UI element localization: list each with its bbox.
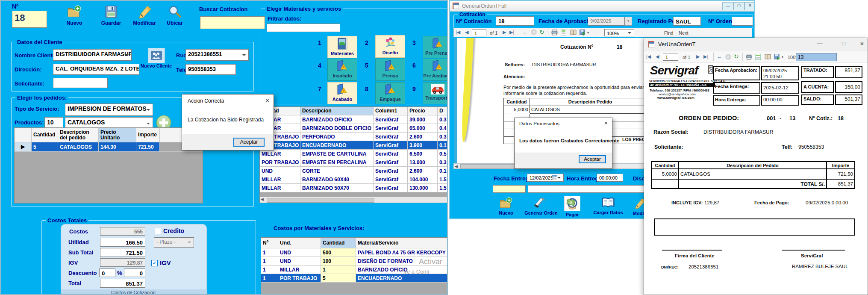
search-overlay-input[interactable]: 13 (796, 53, 837, 61)
close-icon[interactable]: × (265, 97, 269, 104)
igv-checkbox[interactable]: ✓ (151, 260, 158, 266)
tipo-servicio-combo[interactable]: IMPRESION DE FORMATOS (65, 103, 153, 116)
close-icon[interactable]: × (744, 2, 755, 10)
cell[interactable]: 0.3 (438, 133, 447, 141)
print-layout-icon[interactable] (755, 54, 761, 60)
cell[interactable]: UND (278, 257, 321, 266)
cell[interactable]: 0.1 (438, 167, 447, 175)
cell[interactable]: ServiGraf (374, 175, 408, 184)
prev-page-button[interactable]: ◀ (656, 54, 659, 59)
orden-small-field[interactable] (493, 185, 526, 193)
cell[interactable]: 13.000 (408, 158, 438, 167)
cat-button-acabado[interactable]: Acabado (327, 82, 357, 104)
maximize-button[interactable]: □ (733, 2, 744, 10)
zoom-select[interactable]: 100% (604, 29, 634, 36)
cell[interactable]: 144.30 (99, 142, 136, 152)
cell[interactable]: 1.5 (438, 184, 447, 192)
cell[interactable]: 1 (261, 274, 278, 283)
cell[interactable]: 1 (261, 248, 278, 257)
subtotal-field[interactable]: 721.50 (100, 248, 145, 257)
cell[interactable]: 130.000 (408, 184, 438, 192)
cell[interactable]: ServiGraf (374, 124, 408, 133)
cell[interactable]: UND (278, 248, 321, 257)
cell[interactable]: 0.1 (438, 141, 447, 150)
datepicker-drop-button[interactable]: ▾ (624, 17, 632, 26)
cell[interactable]: 39.000 (408, 115, 438, 124)
buscar-input[interactable] (200, 16, 265, 29)
print-layout-icon[interactable] (561, 30, 566, 35)
modificar-button[interactable]: Modificar (130, 5, 159, 26)
cell[interactable]: 100 (321, 257, 356, 266)
cell[interactable]: 0.3 (438, 115, 447, 124)
header-cell[interactable]: Descripcion del pedido (58, 128, 99, 142)
filtrar-input[interactable] (267, 24, 340, 32)
cell[interactable]: 5 (321, 274, 356, 283)
first-page-button[interactable]: |◀ (646, 54, 651, 59)
cell[interactable]: 0.4 (438, 124, 447, 133)
back-button[interactable]: ← (522, 29, 528, 35)
cell[interactable]: 0.5 (438, 150, 447, 158)
cell[interactable]: MILLAR (260, 175, 300, 184)
cell[interactable]: 6.500 (408, 150, 438, 158)
cell[interactable]: ServiGraf (374, 158, 408, 167)
cell[interactable]: 1 (261, 266, 278, 274)
header-cell[interactable]: Nº (261, 238, 278, 248)
nombre-cliente-combo[interactable]: DISTRIBUIDORA FARMASUR (53, 49, 132, 61)
next-button[interactable]: Next (679, 30, 689, 35)
cell[interactable]: 2.600 (408, 133, 438, 141)
direccion-field[interactable]: CAL. ORQUIDEAS MZA. 2 LOTE. (53, 64, 139, 75)
cell[interactable]: BARNIZADO 60X40 (300, 175, 374, 184)
cell[interactable]: 0.3 (438, 158, 447, 167)
header-cell[interactable]: Importe (136, 128, 160, 142)
cell[interactable]: MILLAR (260, 150, 300, 158)
last-page-button[interactable]: ▶| (509, 30, 514, 35)
cell[interactable]: UND (260, 167, 300, 175)
title-bar[interactable]: GenerarOrdenTFull — □ × (450, 1, 754, 12)
last-page-button[interactable]: ▶| (703, 54, 708, 59)
telefono-field[interactable]: 950558353 (185, 64, 236, 75)
cell[interactable]: CATALOGOS (58, 142, 99, 152)
close-icon[interactable]: × (857, 40, 867, 48)
header-cell[interactable]: Und. (278, 238, 321, 248)
cell[interactable]: ServiGraf (374, 133, 408, 141)
descuento-pct-field[interactable]: 0 (99, 268, 115, 277)
find-button[interactable]: Find (664, 30, 673, 35)
nuevo-cliente-button[interactable] (148, 48, 165, 63)
ruc-combo[interactable]: 20521386551 (185, 49, 249, 61)
back-button[interactable]: ← (717, 53, 722, 60)
header-cell[interactable]: Descripcion (300, 107, 374, 115)
export-icon[interactable] (774, 54, 780, 60)
header-cell[interactable]: Precio (408, 107, 438, 115)
aceptar-button[interactable]: Aceptar (579, 155, 606, 163)
export-drop-arrow[interactable]: ▾ (782, 55, 783, 59)
cell[interactable]: ServiGraf (374, 115, 408, 124)
hora-entrega-field[interactable]: 00:00:00 (597, 174, 623, 182)
cell[interactable]: 2.600 (408, 167, 438, 175)
cell[interactable]: 65.000 (408, 124, 438, 133)
scroll-thumb[interactable] (267, 198, 374, 203)
header-cell[interactable]: Cantidad (32, 128, 58, 142)
export-icon[interactable] (580, 30, 586, 35)
cat-button-pre-prensa[interactable]: Pre Prensa (423, 36, 448, 58)
scroll-left-arrow[interactable]: ◀ (455, 164, 458, 168)
export-drop-arrow[interactable]: ▾ (587, 31, 589, 35)
stop-button[interactable]: × (725, 54, 731, 60)
cell[interactable]: POR TRABAJO (278, 274, 321, 283)
cell[interactable]: 1.5 (438, 175, 447, 184)
descuento-field[interactable]: 0 (124, 268, 145, 277)
total-field[interactable]: 851.37 (100, 279, 145, 288)
minimize-button[interactable]: — (722, 2, 733, 10)
cell[interactable]: ENCUADERNADO (300, 141, 374, 150)
cell[interactable]: 3.900 (408, 141, 438, 150)
cell[interactable]: 104.000 (408, 175, 438, 184)
cat-button-materiales[interactable]: Materiales (327, 36, 357, 58)
cell[interactable]: ServiGraf (374, 167, 408, 175)
cell[interactable]: ServiGraf (374, 184, 408, 192)
title-bar[interactable]: VerUnaOrdenT — □ × (644, 38, 868, 51)
cell[interactable]: ServiGraf (374, 141, 408, 150)
header-cell[interactable]: Precio Unitario (99, 128, 136, 142)
cell[interactable]: MILLAR (278, 266, 321, 274)
cell[interactable]: BARNIZADO DOBLE OFICIO (300, 124, 374, 133)
aceptar-button[interactable]: Aceptar (233, 138, 265, 147)
cat-button-insolado[interactable]: Insolado (327, 59, 357, 81)
